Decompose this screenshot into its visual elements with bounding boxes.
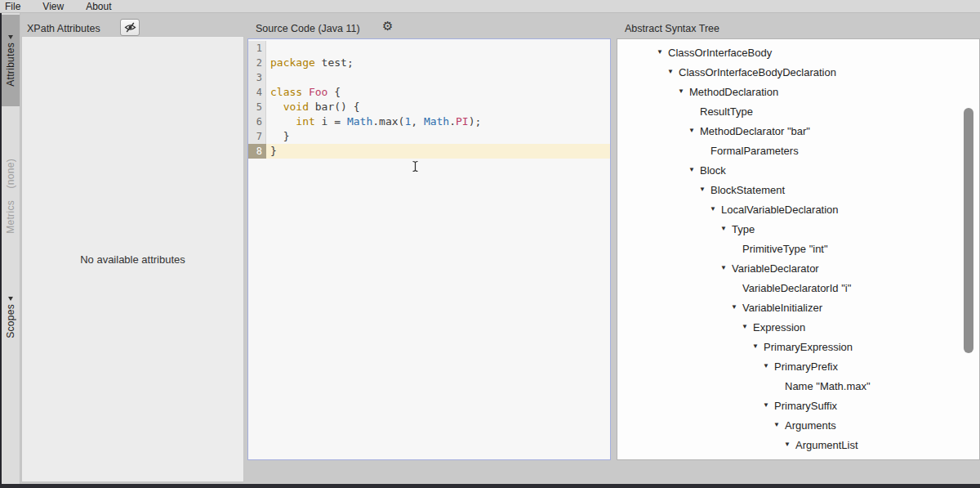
hide-attributes-button[interactable]	[120, 19, 140, 36]
tab-suffix: (none)	[6, 159, 16, 189]
ast-node[interactable]: FormalParameters	[617, 141, 979, 160]
expand-arrow-icon[interactable]: ▼	[710, 206, 721, 213]
ast-node[interactable]: ▼Expression	[617, 317, 979, 337]
ast-node-label: Type	[732, 223, 755, 235]
ast-scrollbar-thumb[interactable]	[964, 108, 973, 353]
expand-arrow-icon[interactable]: ▼	[688, 167, 700, 173]
ast-node[interactable]: ▼VariableInitializer	[617, 298, 979, 317]
ast-node[interactable]: ▼ArgumentList	[617, 435, 979, 454]
ast-node-label: ResultType	[700, 105, 753, 118]
gear-icon[interactable]: ⚙	[382, 20, 393, 32]
expand-arrow-icon[interactable]: ▼	[657, 49, 668, 56]
menu-view[interactable]: View	[42, 1, 64, 12]
code-line[interactable]: 2package test;	[248, 56, 610, 70]
ast-node[interactable]: ▼PrimaryExpression	[617, 337, 979, 356]
ast-node-label: MethodDeclaration	[689, 86, 778, 98]
ast-node-label: VariableInitializer	[742, 302, 822, 314]
tab-label: Attributes	[6, 43, 16, 87]
ast-node[interactable]: ▼ClassOrInterfaceBody	[617, 43, 979, 62]
line-number: 5	[248, 100, 266, 114]
ast-node[interactable]: PrimitiveType "int"	[617, 239, 979, 258]
expand-arrow-icon[interactable]: ▼	[720, 265, 732, 271]
left-tab-strip: Attributes (none) Metrics Scopes	[2, 13, 20, 484]
sidebar-tab-scopes[interactable]: Scopes	[2, 283, 20, 351]
code-line[interactable]: 7 }	[248, 129, 610, 144]
tab-label: Scopes	[6, 304, 16, 338]
menu-about[interactable]: About	[86, 1, 111, 12]
ast-node-label: PrimarySuffix	[774, 400, 837, 412]
source-code-title: Source Code (Java 11)	[256, 23, 360, 34]
ast-title: Abstract Syntax Tree	[625, 23, 719, 34]
expand-arrow-icon[interactable]: ▼	[784, 441, 795, 448]
tab-label: Metrics	[6, 200, 16, 234]
ast-node-label: Name "Math.max"	[785, 380, 871, 392]
line-number: 4	[248, 85, 266, 100]
eye-slash-icon	[124, 22, 136, 33]
ast-node-label: ClassOrInterfaceBodyDeclaration	[679, 66, 836, 78]
ast-node[interactable]: ▼Block	[617, 160, 979, 180]
rule-designer-window: File View About Attributes (none) Metric…	[0, 0, 980, 488]
code-lines: 12package test;34class Foo {5 void bar()…	[248, 41, 610, 159]
ast-node[interactable]: Name "Math.max"	[617, 376, 979, 396]
menu-bar: File View About	[0, 0, 980, 13]
ast-node[interactable]: ▼Type	[617, 219, 979, 239]
menu-file[interactable]: File	[5, 1, 20, 12]
code-line[interactable]: 1	[248, 41, 610, 56]
ast-node[interactable]: ▼ClassOrInterfaceBodyDeclaration	[617, 62, 979, 82]
ast-node[interactable]: ▼PrimarySuffix	[617, 396, 979, 415]
sidebar-tab-attributes[interactable]: Attributes	[2, 15, 20, 106]
window-bottom-border	[0, 484, 980, 488]
code-line[interactable]: 6 int i = Math.max(1, Math.PI);	[248, 114, 610, 129]
expand-arrow-icon[interactable]: ▼	[678, 88, 689, 95]
code-line[interactable]: 3	[248, 70, 610, 85]
ast-node[interactable]: ▼PrimaryPrefix	[617, 356, 979, 376]
code-text: }	[266, 129, 610, 144]
source-editor[interactable]: 12package test;34class Foo {5 void bar()…	[247, 38, 611, 460]
ast-node-label: VariableDeclarator	[732, 262, 819, 275]
line-number: 7	[248, 129, 266, 144]
code-line[interactable]: 8}	[248, 144, 610, 159]
ast-node[interactable]: ▼VariableDeclarator	[617, 258, 979, 278]
ast-node[interactable]: ResultType	[617, 101, 979, 121]
ast-node[interactable]: ▼BlockStatement	[617, 180, 979, 199]
expand-arrow-icon[interactable]: ▼	[763, 402, 774, 409]
sidebar-tab-metrics: (none) Metrics	[2, 136, 20, 257]
line-number: 1	[248, 41, 266, 56]
code-line[interactable]: 4class Foo {	[248, 85, 610, 100]
code-text	[266, 70, 610, 85]
mouse-cursor-ibeam	[412, 160, 419, 176]
expand-arrow-icon[interactable]: ▼	[773, 422, 785, 428]
expand-arrow-icon[interactable]: ▼	[742, 324, 753, 330]
ast-node-label: PrimaryPrefix	[774, 360, 838, 373]
line-number: 2	[248, 56, 266, 70]
code-line[interactable]: 5 void bar() {	[248, 100, 610, 114]
expand-arrow-icon[interactable]: ▼	[763, 363, 774, 369]
expand-arrow-icon[interactable]: ▼	[667, 69, 679, 75]
ast-node[interactable]: ▼MethodDeclarator "bar"	[617, 121, 979, 141]
expand-arrow-icon[interactable]: ▼	[699, 186, 710, 193]
expand-arrow-icon[interactable]: ▼	[688, 128, 700, 134]
ast-node[interactable]: ▼Arguments	[617, 415, 979, 435]
expand-arrow-icon[interactable]: ▼	[720, 226, 732, 232]
ast-node-label: PrimitiveType "int"	[742, 243, 828, 255]
ast-node-label: Expression	[753, 321, 805, 334]
ast-node-label: ClassOrInterfaceBody	[668, 47, 772, 59]
ast-node-label: FormalParameters	[710, 145, 799, 157]
ast-node-label: PrimaryExpression	[764, 341, 853, 353]
collapse-arrow-icon	[8, 297, 13, 301]
ast-node-label: Block	[700, 164, 726, 177]
ast-node-label: ArgumentList	[795, 439, 858, 451]
expand-arrow-icon[interactable]: ▼	[752, 343, 764, 350]
expand-arrow-icon[interactable]: ▼	[731, 304, 742, 311]
ast-node-label: VariableDeclaratorId "i"	[742, 282, 851, 294]
ast-node[interactable]: VariableDeclaratorId "i"	[617, 278, 979, 298]
ast-tree: ▼ClassOrInterfaceBody▼ClassOrInterfaceBo…	[617, 43, 979, 454]
line-number: 6	[248, 114, 266, 129]
code-text: class Foo {	[266, 85, 610, 100]
ast-tree-panel: ▼ClassOrInterfaceBody▼ClassOrInterfaceBo…	[617, 38, 980, 460]
ast-node[interactable]: ▼LocalVariableDeclaration	[617, 199, 979, 219]
ast-node[interactable]: ▼MethodDeclaration	[617, 82, 979, 101]
code-text: void bar() {	[266, 100, 610, 114]
xpath-attributes-panel: No available attributes	[21, 36, 244, 482]
ast-node-label: Arguments	[785, 419, 836, 432]
